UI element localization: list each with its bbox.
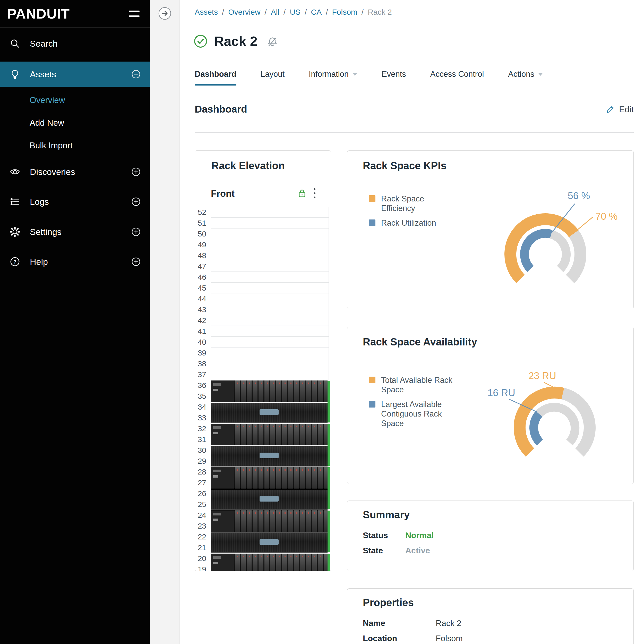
- server-status-strip: [328, 381, 330, 423]
- rack-space-kpis-gauge-outer-label: 70 %: [595, 211, 618, 222]
- server-unit-ru36[interactable]: [211, 380, 330, 423]
- collapse-circle-icon[interactable]: [131, 69, 141, 79]
- list-icon: [10, 196, 20, 207]
- properties-card: Properties Name Rack 2 Location Folsom: [347, 588, 634, 644]
- tab-label: Access Control: [430, 70, 484, 79]
- breadcrumb: Assets/Overview/All/US/CA/Folsom/Rack 2: [195, 8, 392, 16]
- name-value: Rack 2: [436, 619, 461, 628]
- sidebar-subitem-overview[interactable]: Overview: [0, 89, 150, 111]
- sidebar-item-logs[interactable]: Logs: [0, 190, 150, 213]
- kpis-gauge-mount: 56 %70 %: [468, 182, 625, 307]
- expand-circle-icon[interactable]: [131, 256, 141, 267]
- ru-number: 39: [195, 348, 208, 358]
- rack-servers-layer: [211, 207, 330, 571]
- breadcrumb-link-folsom[interactable]: Folsom: [332, 8, 357, 16]
- breadcrumb-separator: /: [305, 8, 307, 16]
- server-status-strip: [328, 424, 330, 466]
- tab-dashboard[interactable]: Dashboard: [195, 63, 236, 85]
- server-unit-ru20[interactable]: [211, 553, 330, 571]
- legend-label: Total Available Rack Space: [381, 375, 458, 395]
- section-divider: [195, 132, 634, 133]
- summary-row-state: State Active: [363, 546, 434, 555]
- sidebar: PANDUIT Search Assets Overview Add New B…: [0, 0, 150, 644]
- server-unit-ru28[interactable]: [211, 467, 330, 510]
- tab-events[interactable]: Events: [382, 63, 406, 85]
- ru-number: 28: [195, 467, 208, 477]
- sidebar-item-label: Discoveries: [30, 167, 75, 177]
- tab-actions[interactable]: Actions: [508, 63, 543, 85]
- breadcrumb-link-ca[interactable]: CA: [311, 8, 322, 16]
- ru-number: 27: [195, 477, 208, 488]
- ru-number: 25: [195, 499, 208, 510]
- tab-label: Actions: [508, 70, 534, 79]
- ru-number: 52: [195, 207, 208, 218]
- bell-muted-icon[interactable]: [267, 36, 278, 47]
- breadcrumb-separator: /: [264, 8, 267, 16]
- expand-circle-icon[interactable]: [131, 227, 141, 237]
- expand-arrow-button[interactable]: [158, 7, 171, 20]
- ru-number: 38: [195, 358, 208, 369]
- breadcrumb-link-assets[interactable]: Assets: [195, 8, 218, 16]
- ru-number: 20: [195, 553, 208, 564]
- summary-rows: Status Normal State Active: [363, 531, 434, 562]
- summary-row-status: Status Normal: [363, 531, 434, 540]
- sidebar-subitem-add-new[interactable]: Add New: [0, 111, 150, 134]
- rack-space-kpis-gauge: 56 %70 %: [468, 182, 625, 306]
- page-title-row: Rack 2: [194, 33, 278, 49]
- breadcrumb-separator: /: [284, 8, 286, 16]
- ru-number: 26: [195, 488, 208, 499]
- kebab-menu-icon[interactable]: [313, 188, 316, 198]
- row-label: State: [363, 546, 405, 555]
- row-label: Location: [363, 634, 436, 643]
- status-check-icon: [194, 34, 208, 48]
- edit-button[interactable]: Edit: [606, 105, 634, 114]
- card-title: Properties: [363, 597, 414, 608]
- ru-number: 51: [195, 218, 208, 228]
- sidebar-item-assets[interactable]: Assets: [0, 62, 150, 87]
- breadcrumb-separator: /: [362, 8, 364, 16]
- ru-number: 29: [195, 456, 208, 467]
- ru-number: 23: [195, 521, 208, 531]
- sidebar-item-label: Assets: [30, 69, 56, 79]
- server-control-panel: [211, 467, 234, 489]
- tab-layout[interactable]: Layout: [261, 63, 285, 85]
- hamburger-menu-icon[interactable]: [129, 11, 140, 17]
- tab-label: Dashboard: [195, 70, 236, 79]
- ru-number: 43: [195, 304, 208, 315]
- rack-space-availability-gauge-outer-label: 23 RU: [528, 371, 556, 381]
- state-value: Active: [405, 546, 430, 555]
- sidebar-item-settings[interactable]: Settings: [0, 220, 150, 243]
- tab-access-control[interactable]: Access Control: [430, 63, 484, 85]
- subitem-label: Bulk Import: [30, 141, 73, 150]
- properties-row-location: Location Folsom: [363, 634, 463, 643]
- tab-information[interactable]: Information: [309, 63, 357, 85]
- lock-icon[interactable]: [297, 189, 307, 198]
- ru-number: 46: [195, 272, 208, 282]
- sidebar-item-help[interactable]: ? Help: [0, 250, 150, 273]
- breadcrumb-link-all[interactable]: All: [271, 8, 279, 16]
- card-title: Rack Space KPIs: [363, 160, 446, 171]
- sidebar-item-label: Search: [30, 39, 58, 49]
- availability-legend: Total Available Rack Space Largest Avail…: [369, 375, 458, 433]
- tab-bar: DashboardLayoutInformationEventsAccess C…: [195, 63, 634, 85]
- legend-swatch-orange: [369, 377, 375, 383]
- sidebar-item-search[interactable]: Search: [0, 32, 150, 55]
- breadcrumb-separator: /: [222, 8, 224, 16]
- ru-number: 47: [195, 261, 208, 272]
- status-value: Normal: [405, 531, 434, 540]
- server-unit-ru32[interactable]: [211, 423, 330, 467]
- breadcrumb-link-us[interactable]: US: [290, 8, 300, 16]
- main-content: Assets/Overview/All/US/CA/Folsom/Rack 2 …: [180, 0, 644, 644]
- help-icon: ?: [10, 256, 20, 267]
- legend-row: Largest Available Contiguous Rack Space: [369, 400, 458, 428]
- sidebar-item-discoveries[interactable]: Discoveries: [0, 160, 150, 183]
- expand-circle-icon[interactable]: [131, 196, 141, 207]
- ru-number: 32: [195, 423, 208, 434]
- expand-circle-icon[interactable]: [131, 167, 141, 177]
- sidebar-subitem-bulk-import[interactable]: Bulk Import: [0, 134, 150, 157]
- sidebar-item-label: Help: [30, 257, 48, 267]
- breadcrumb-link-overview[interactable]: Overview: [228, 8, 260, 16]
- server-unit-ru24[interactable]: [211, 510, 330, 553]
- breadcrumb-separator: /: [326, 8, 328, 16]
- server-control-panel: [211, 424, 234, 445]
